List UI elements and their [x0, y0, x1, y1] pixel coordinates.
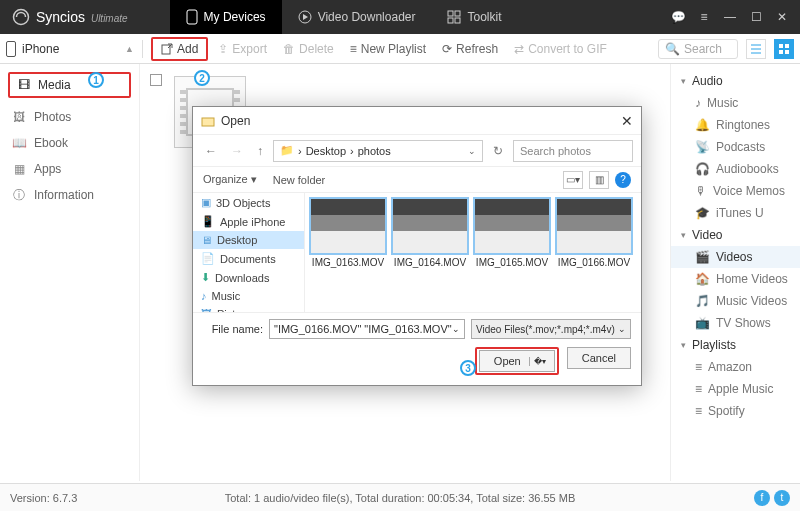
nav-itunes-u[interactable]: 🎓 iTunes U — [671, 202, 800, 224]
chat-icon[interactable]: 💬 — [670, 10, 686, 24]
nav-media[interactable]: Media — [38, 78, 71, 92]
file-thumbnail — [309, 197, 387, 255]
tree-downloads[interactable]: ⬇Downloads — [193, 268, 304, 287]
nav-information[interactable]: ⓘInformation — [0, 182, 139, 208]
open-dropdown-icon[interactable]: �▾ — [529, 357, 550, 366]
tree-pictures[interactable]: 🖼Pictures — [193, 305, 304, 312]
svg-rect-6 — [455, 18, 460, 23]
nav-photos[interactable]: 🖼Photos — [0, 104, 139, 130]
section-playlists[interactable]: ▾Playlists — [671, 334, 800, 356]
media-icon: 🎞 — [18, 78, 30, 92]
refresh-button[interactable]: ↻ — [489, 142, 507, 160]
tree-desktop[interactable]: 🖥Desktop — [193, 231, 304, 249]
nav-music[interactable]: ♪ Music — [671, 92, 800, 114]
music-icon: ♪ — [695, 96, 701, 110]
search-placeholder: Search — [684, 42, 722, 56]
search-box[interactable]: 🔍Search — [658, 39, 738, 59]
gif-icon: ⇄ — [514, 42, 524, 56]
dialog-footer: File name: "IMG_0166.MOV" "IMG_0163.MOV"… — [193, 312, 641, 385]
file-name-label: File name: — [203, 323, 263, 335]
top-tabs: My Devices Video Downloader Toolkit — [170, 0, 518, 34]
file-type-filter[interactable]: Video Files(*.mov;*.mp4;*.m4v)⌄ — [471, 319, 631, 339]
file-item[interactable]: IMG_0164.MOV — [391, 197, 469, 268]
nav-videos[interactable]: 🎬 Videos — [671, 246, 800, 268]
new-folder-button[interactable]: New folder — [273, 174, 326, 186]
new-playlist-button[interactable]: ≡New Playlist — [344, 40, 432, 58]
tv-icon: 📺 — [695, 316, 710, 330]
chevron-down-icon: ⌄ — [452, 324, 460, 334]
forward-button[interactable]: → — [227, 142, 247, 160]
play-circle-icon — [298, 10, 312, 24]
file-item[interactable]: IMG_0166.MOV — [555, 197, 633, 268]
device-selector[interactable]: iPhone ▲ — [6, 41, 134, 57]
logo-icon — [12, 8, 30, 26]
dialog-nav: ← → ↑ 📁 › Desktop › photos ⌄ ↻ Search ph… — [193, 135, 641, 167]
open-button[interactable]: Open�▾ — [479, 350, 555, 372]
nav-home-videos[interactable]: 🏠 Home Videos — [671, 268, 800, 290]
tab-my-devices[interactable]: My Devices — [170, 0, 282, 34]
nav-apps[interactable]: ▦Apps — [0, 156, 139, 182]
file-item[interactable]: IMG_0163.MOV — [309, 197, 387, 268]
section-video[interactable]: ▾Video — [671, 224, 800, 246]
export-button[interactable]: ⇪Export — [212, 40, 273, 58]
close-button[interactable]: ✕ — [774, 10, 790, 24]
nav-pl-apple-music[interactable]: ≡ Apple Music — [671, 378, 800, 400]
delete-button[interactable]: 🗑Delete — [277, 40, 340, 58]
add-button[interactable]: Add — [155, 40, 204, 58]
up-button[interactable]: ↑ — [253, 142, 267, 160]
apps-icon: ▦ — [12, 162, 26, 176]
refresh-button[interactable]: ⟳Refresh — [436, 40, 504, 58]
status-summary: Total: 1 audio/video file(s), Total dura… — [225, 492, 576, 504]
download-icon: ⬇ — [201, 271, 210, 284]
twitter-icon[interactable]: t — [774, 490, 790, 506]
nav-ringtones[interactable]: 🔔 Ringtones — [671, 114, 800, 136]
file-item[interactable]: IMG_0165.MOV — [473, 197, 551, 268]
dialog-toolbar: Organize ▾ New folder ▭▾ ▥ ? — [193, 167, 641, 193]
facebook-icon[interactable]: f — [754, 490, 770, 506]
preview-pane-button[interactable]: ▥ — [589, 171, 609, 189]
chevron-up-icon: ▲ — [125, 44, 134, 54]
file-name-input[interactable]: "IMG_0166.MOV" "IMG_0163.MOV"⌄ — [269, 319, 465, 339]
tree-music[interactable]: ♪Music — [193, 287, 304, 305]
view-list-button[interactable] — [746, 39, 766, 59]
organize-button[interactable]: Organize ▾ — [203, 173, 257, 186]
book-icon: 📖 — [12, 136, 26, 150]
breadcrumb[interactable]: 📁 › Desktop › photos ⌄ — [273, 140, 483, 162]
nav-pl-amazon[interactable]: ≡ Amazon — [671, 356, 800, 378]
svg-rect-8 — [779, 44, 783, 48]
toolbar: iPhone ▲ Add ⇪Export 🗑Delete ≡New Playli… — [0, 34, 800, 64]
title-bar: Syncios Ultimate My Devices Video Downlo… — [0, 0, 800, 34]
status-bar: Version: 6.7.3 Total: 1 audio/video file… — [0, 483, 800, 511]
cancel-button[interactable]: Cancel — [567, 347, 631, 369]
minimize-button[interactable]: — — [722, 10, 738, 24]
right-nav: ▾Audio ♪ Music 🔔 Ringtones 📡 Podcasts 🎧 … — [670, 64, 800, 481]
nav-music-videos[interactable]: 🎵 Music Videos — [671, 290, 800, 312]
menu-icon[interactable]: ≡ — [696, 10, 712, 24]
tree-apple-iphone[interactable]: 📱Apple iPhone — [193, 212, 304, 231]
convert-gif-button[interactable]: ⇄Convert to GIF — [508, 40, 613, 58]
bell-icon: 🔔 — [695, 118, 710, 132]
dialog-close-button[interactable]: ✕ — [621, 113, 633, 129]
select-all-checkbox[interactable] — [150, 74, 162, 86]
chevron-down-icon: ▾ — [681, 230, 686, 240]
app-logo: Syncios Ultimate — [0, 8, 140, 26]
nav-podcasts[interactable]: 📡 Podcasts — [671, 136, 800, 158]
back-button[interactable]: ← — [201, 142, 221, 160]
tab-video-downloader[interactable]: Video Downloader — [282, 0, 432, 34]
tab-toolkit[interactable]: Toolkit — [431, 0, 517, 34]
tree-documents[interactable]: 📄Documents — [193, 249, 304, 268]
nav-ebook[interactable]: 📖Ebook — [0, 130, 139, 156]
nav-pl-spotify[interactable]: ≡ Spotify — [671, 400, 800, 422]
section-audio[interactable]: ▾Audio — [671, 70, 800, 92]
dialog-search[interactable]: Search photos — [513, 140, 633, 162]
maximize-button[interactable]: ☐ — [748, 10, 764, 24]
nav-voice-memos[interactable]: 🎙 Voice Memos — [671, 180, 800, 202]
tree-3d-objects[interactable]: ▣3D Objects — [193, 193, 304, 212]
nav-audiobooks[interactable]: 🎧 Audiobooks — [671, 158, 800, 180]
help-button[interactable]: ? — [615, 172, 631, 188]
view-grid-button[interactable] — [774, 39, 794, 59]
export-icon: ⇪ — [218, 42, 228, 56]
view-mode-button[interactable]: ▭▾ — [563, 171, 583, 189]
nav-tv-shows[interactable]: 📺 TV Shows — [671, 312, 800, 334]
folder-icon: 📁 — [280, 144, 294, 157]
